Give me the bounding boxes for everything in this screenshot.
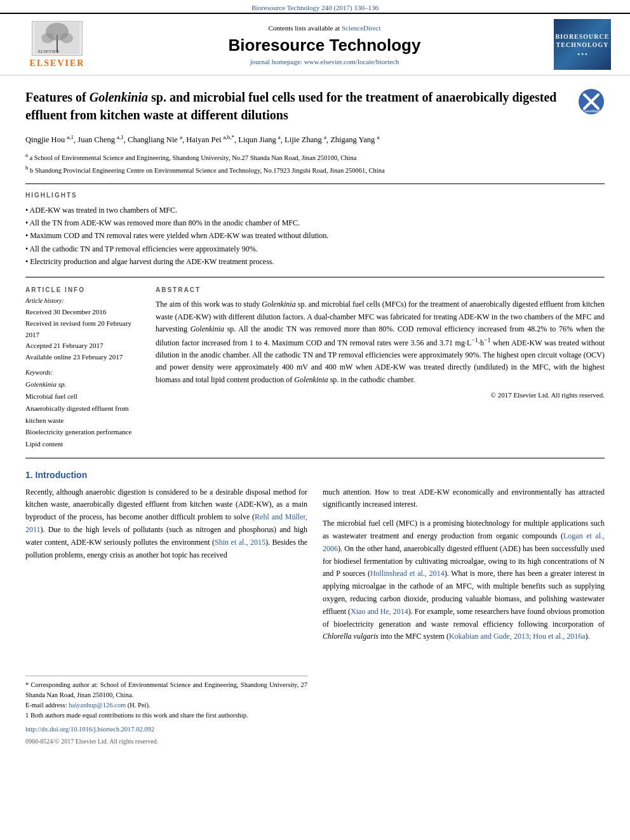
affiliation-b: b b Shandong Provincial Engineering Cent… <box>25 164 605 175</box>
highlight-item: ADE-KW was treated in two chambers of MF… <box>25 204 605 217</box>
highlights-section: HIGHLIGHTS ADE-KW was treated in two cha… <box>25 192 605 269</box>
intro-col-right: much attention. How to treat ADE-KW econ… <box>323 486 605 747</box>
keywords-list: Golenkinia sp. Microbial fuel cell Anaer… <box>25 378 143 450</box>
highlight-item: Electricity production and algae harvest… <box>25 255 605 268</box>
article-info-label: ARTICLE INFO <box>25 286 143 293</box>
sciencedirect-link[interactable]: ScienceDirect <box>342 24 381 32</box>
intro-para-3: The microbial fuel cell (MFC) is a promi… <box>323 517 605 643</box>
ref-kokabian[interactable]: Kokabian and Gude, 2013; Hou et al., 201… <box>449 632 586 641</box>
introduction-section: 1. Introduction Recently, although anaer… <box>25 470 605 747</box>
ref-shin[interactable]: Shin et al., 2015 <box>215 538 265 547</box>
date-accepted: Accepted 21 February 2017 <box>25 340 143 352</box>
article-info-abstract-section: ARTICLE INFO Article history: Received 3… <box>25 286 605 450</box>
journal-title: Bioresource Technology <box>108 36 541 55</box>
cover-logo-subtitle: ● ● ● <box>577 51 587 57</box>
waste-removal-text: waste removal <box>431 620 478 629</box>
doi-link[interactable]: http://dx.doi.org/10.1016/j.biortech.201… <box>25 724 307 735</box>
journal-header: ELSEVIER ELSEVIER Contents lists availab… <box>0 13 630 76</box>
abstract-column: ABSTRACT The aim of this work was to stu… <box>156 286 605 450</box>
highlights-label: HIGHLIGHTS <box>25 192 605 199</box>
elsevier-tree-image: ELSEVIER <box>32 21 83 56</box>
ref-rehl[interactable]: Rehl and Müller, 2011 <box>25 512 307 534</box>
highlights-list: ADE-KW was treated in two chambers of MF… <box>25 204 605 269</box>
journal-cover-logo: BIORESOURCE TECHNOLOGY ● ● ● <box>554 19 611 70</box>
intro-para-2: much attention. How to treat ADE-KW econ… <box>323 486 605 512</box>
footnote-email-address[interactable]: haiyanhup@126.com <box>69 702 126 709</box>
crossmark-badge[interactable]: CrossMark <box>578 88 605 115</box>
keyword-item: Anaerobically digested effluent from kit… <box>25 403 143 426</box>
intro-para-1: Recently, although anaerobic digestion i… <box>25 486 307 562</box>
elsevier-logo: ELSEVIER ELSEVIER <box>19 21 95 69</box>
svg-point-4 <box>60 33 73 43</box>
journal-reference: Bioresource Technology 240 (2017) 130–13… <box>0 0 630 13</box>
contents-available-label: Contents lists available at <box>268 24 340 32</box>
ref-logan[interactable]: Logan et al., 2006 <box>323 531 605 553</box>
ref-xiao[interactable]: Xiao and He, 2014 <box>351 607 408 616</box>
main-content: Features of Golenkinia sp. and microbial… <box>0 76 630 759</box>
article-title-text: Features of Golenkinia sp. and microbial… <box>25 88 572 124</box>
footnote-email: E-mail address: haiyanhup@126.com (H. Pe… <box>25 700 307 710</box>
keyword-item: Lipid content <box>25 438 143 450</box>
svg-point-3 <box>41 33 54 43</box>
keywords-label: Keywords: <box>25 369 143 376</box>
authors-list: Qingjie Hou a,1, Juan Cheng a,1, Changli… <box>25 133 605 146</box>
cover-logo-text: BIORESOURCE TECHNOLOGY <box>556 32 610 49</box>
keyword-item: Microbial fuel cell <box>25 390 143 403</box>
affiliation-a: a a School of Environmental Science and … <box>25 151 605 163</box>
highlight-item: All the cathodic TN and TP removal effic… <box>25 243 605 255</box>
divider-after-highlights <box>25 277 605 277</box>
article-title-section: Features of Golenkinia sp. and microbial… <box>25 88 605 124</box>
ref-hollinshead[interactable]: Hollinshead et al., 2014 <box>370 569 445 578</box>
intro-columns: Recently, although anaerobic digestion i… <box>25 486 605 747</box>
highlight-item: All the TN from ADE-KW was removed more … <box>25 217 605 229</box>
journal-center-info: Contents lists available at ScienceDirec… <box>95 24 554 65</box>
abstract-label: ABSTRACT <box>156 286 605 293</box>
keyword-item: Bioelectricity generation performance <box>25 426 143 438</box>
copyright-notice: © 2017 Elsevier Ltd. All rights reserved… <box>156 391 605 399</box>
footnote-corresponding: * Corresponding author at: School of Env… <box>25 680 307 700</box>
issn-line: 0960-8524/© 2017 Elsevier Ltd. All right… <box>25 737 307 747</box>
divider-after-affiliations <box>25 183 605 184</box>
introduction-heading: 1. Introduction <box>25 470 605 480</box>
date-revised: Received in revised form 20 February 201… <box>25 318 143 340</box>
footnotes-area: * Corresponding author at: School of Env… <box>25 676 307 747</box>
journal-homepage: journal homepage: www.elsevier.com/locat… <box>108 58 541 65</box>
divider-before-intro <box>25 458 605 458</box>
elsevier-brand-name: ELSEVIER <box>30 58 85 69</box>
footnotes: * Corresponding author at: School of Env… <box>25 676 307 720</box>
highlight-item: Maximum COD and TN removal rates were yi… <box>25 229 605 242</box>
article-dates: Received 30 December 2016 Received in re… <box>25 307 143 363</box>
footnote-1: 1 Both authors made equal contributions … <box>25 710 307 721</box>
abstract-text: The aim of this work was to study Golenk… <box>156 298 605 385</box>
svg-text:ELSEVIER: ELSEVIER <box>38 49 59 54</box>
keyword-item: Golenkinia sp. <box>25 378 143 390</box>
article-history-label: Article history: <box>25 297 143 304</box>
date-received: Received 30 December 2016 <box>25 307 143 318</box>
intro-col-left: Recently, although anaerobic digestion i… <box>25 486 307 747</box>
journal-ref-text: Bioresource Technology 240 (2017) 130–13… <box>251 4 379 11</box>
sciencedirect-info: Contents lists available at ScienceDirec… <box>108 24 541 32</box>
article-info-column: ARTICLE INFO Article history: Received 3… <box>25 286 143 450</box>
svg-text:CrossMark: CrossMark <box>582 109 601 113</box>
date-available: Available online 23 February 2017 <box>25 352 143 363</box>
